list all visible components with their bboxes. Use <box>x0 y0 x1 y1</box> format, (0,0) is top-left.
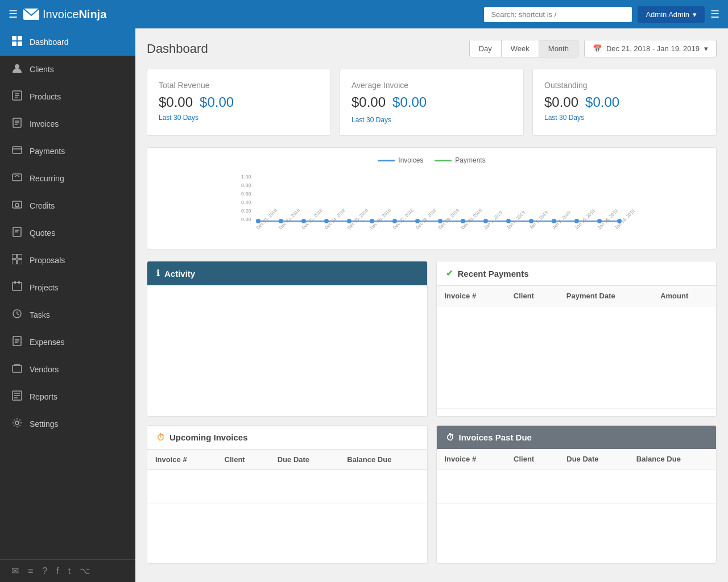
sidebar-item-invoices[interactable]: Invoices <box>0 110 135 138</box>
clients-icon <box>11 63 23 76</box>
navbar-menu-icon[interactable]: ☰ <box>710 8 719 20</box>
quotes-icon <box>11 227 23 239</box>
sidebar-item-label: Invoices <box>30 119 59 128</box>
page-title: Dashboard <box>147 41 208 56</box>
upcoming-invoices-title: Upcoming Invoices <box>169 433 248 442</box>
upcoming-invoices-tbody <box>147 470 427 504</box>
navbar-right: Admin Admin ▾ ☰ <box>484 6 719 23</box>
sidebar-item-tasks[interactable]: Tasks <box>0 301 135 329</box>
sidebar-item-label: Reports <box>30 392 57 401</box>
date-range-label: Dec 21, 2018 - Jan 19, 2019 <box>606 44 700 53</box>
total-revenue-label: Total Revenue <box>159 81 319 90</box>
sidebar-item-expenses[interactable]: Expenses <box>0 329 135 356</box>
period-day-button[interactable]: Day <box>470 40 502 57</box>
dropdown-arrow-icon: ▾ <box>693 10 697 19</box>
col-amount: Amount <box>652 286 716 306</box>
svg-rect-2 <box>18 36 22 40</box>
calendar-icon: 📅 <box>593 44 602 53</box>
svg-rect-27 <box>14 281 16 284</box>
svg-text:1.00: 1.00 <box>241 174 251 180</box>
svg-rect-34 <box>13 365 22 372</box>
sidebar-item-label: Proposals <box>30 256 65 265</box>
svg-point-39 <box>15 421 19 425</box>
recent-payments-tbody <box>437 306 717 409</box>
outstanding-values: $0.00 $0.00 <box>544 94 705 110</box>
sidebar-item-quotes[interactable]: Quotes <box>0 219 135 247</box>
svg-text:0.40: 0.40 <box>241 199 251 205</box>
sidebar-item-label: Recurring <box>30 174 64 183</box>
footer-list-icon[interactable]: ≡ <box>28 566 33 576</box>
footer-facebook-icon[interactable]: f <box>56 566 59 576</box>
col-client: Client <box>506 286 559 306</box>
sidebar-item-credits[interactable]: Credits <box>0 192 135 219</box>
svg-rect-14 <box>13 147 22 153</box>
sidebar-item-products[interactable]: Products <box>0 83 135 110</box>
sidebar-item-proposals[interactable]: Proposals <box>0 247 135 274</box>
sidebar-item-label: Projects <box>30 283 59 292</box>
average-invoice-values-row: $0.00 $0.00 <box>351 94 427 110</box>
svg-rect-1 <box>12 36 16 40</box>
footer-envelope-icon[interactable]: ✉ <box>11 566 19 576</box>
panels-row-1: ℹ Activity ✔ Recent Payments Invoice # C <box>147 261 717 417</box>
pastdue-col-balance: Balance Due <box>628 449 716 469</box>
activity-icon: ℹ <box>156 268 160 278</box>
date-range-button[interactable]: 📅 Dec 21, 2018 - Jan 19, 2019 ▾ <box>584 40 717 57</box>
svg-text:0.80: 0.80 <box>241 182 251 188</box>
average-invoice-primary: $0.00 <box>351 94 386 110</box>
period-buttons: Day Week Month <box>469 40 578 57</box>
pastdue-col-due-date: Due Date <box>559 449 628 469</box>
total-revenue-card: Total Revenue $0.00 $0.00 Last 30 Days <box>147 69 331 136</box>
navbar: ☰ InvoiceNinja Admin Admin ▾ ☰ <box>0 0 728 28</box>
sidebar-item-label: Products <box>30 92 61 101</box>
sidebar-footer: ✉ ≡ ? f t ⌥ <box>0 559 135 582</box>
sidebar-item-settings[interactable]: Settings <box>0 410 135 438</box>
logo-envelope-icon <box>23 9 39 20</box>
proposals-icon <box>11 254 23 267</box>
sidebar-item-vendors[interactable]: Vendors <box>0 356 135 383</box>
brand-invoice: Invoice <box>43 8 78 20</box>
brand-ninja: Ninja <box>78 8 106 20</box>
hamburger-icon[interactable]: ☰ <box>9 8 18 20</box>
activity-title: Activity <box>164 269 195 278</box>
search-input[interactable] <box>484 7 632 22</box>
products-icon <box>11 90 23 103</box>
svg-rect-28 <box>18 281 20 284</box>
sidebar-item-label: Payments <box>30 147 65 156</box>
period-month-button[interactable]: Month <box>539 40 578 57</box>
sidebar-item-label: Credits <box>30 201 55 210</box>
chart-svg: 1.00 0.80 0.60 0.40 0.20 0.00 <box>156 170 708 238</box>
sidebar-item-recurring[interactable]: Recurring <box>0 165 135 192</box>
past-due-title: Invoices Past Due <box>459 433 532 442</box>
svg-rect-4 <box>18 41 22 46</box>
footer-github-icon[interactable]: ⌥ <box>80 566 90 576</box>
upcoming-col-client: Client <box>217 450 270 470</box>
legend-invoices: Invoices <box>378 156 423 164</box>
footer-help-icon[interactable]: ? <box>42 566 47 576</box>
period-week-button[interactable]: Week <box>502 40 539 57</box>
sidebar-item-reports[interactable]: Reports <box>0 383 135 410</box>
recent-payments-panel: ✔ Recent Payments Invoice # Client Payme… <box>436 261 717 417</box>
admin-label: Admin Admin <box>646 10 689 19</box>
brand-logo: InvoiceNinja <box>23 8 106 21</box>
activity-panel-header: ℹ Activity <box>147 261 427 285</box>
total-revenue-values: $0.00 $0.00 <box>159 94 319 110</box>
sidebar-item-label: Vendors <box>30 365 59 374</box>
footer-twitter-icon[interactable]: t <box>68 566 71 576</box>
total-revenue-primary: $0.00 <box>159 94 193 110</box>
upcoming-col-due-date: Due Date <box>270 450 340 470</box>
outstanding-card: Outstanding $0.00 $0.00 Last 30 Days <box>532 69 717 136</box>
admin-menu-button[interactable]: Admin Admin ▾ <box>638 6 705 23</box>
sidebar-item-dashboard[interactable]: Dashboard <box>0 28 135 56</box>
average-invoice-card: Average Invoice $0.00 $0.00 Last 30 Days <box>340 69 524 136</box>
pastdue-col-client: Client <box>506 449 559 469</box>
sidebar-item-label: Quotes <box>30 228 55 238</box>
sidebar-item-projects[interactable]: Projects <box>0 274 135 301</box>
recent-payments-header: ✔ Recent Payments <box>437 261 717 286</box>
dropdown-chevron-icon: ▾ <box>704 44 708 53</box>
sidebar-item-payments[interactable]: Payments <box>0 138 135 165</box>
upcoming-invoices-panel: ⏱ Upcoming Invoices Invoice # Client Due… <box>147 425 428 564</box>
brand-text: InvoiceNinja <box>43 8 106 21</box>
sidebar-item-clients[interactable]: Clients <box>0 56 135 83</box>
payments-icon <box>11 145 23 157</box>
sidebar-item-label: Dashboard <box>30 38 69 47</box>
